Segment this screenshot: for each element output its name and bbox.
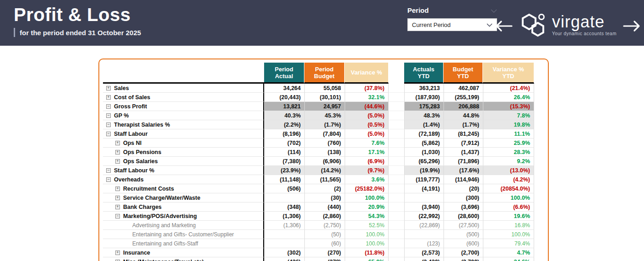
value-cell: (15.3%) — [483, 102, 534, 111]
value-cell: 7.6% — [345, 138, 389, 148]
expand-icon[interactable]: + — [115, 150, 120, 154]
value-cell: (702) — [264, 138, 304, 148]
table-row-service-charge-water-waste: +Service Charge/Water/Waste(30)100.0%(30… — [103, 193, 548, 202]
expand-icon[interactable]: + — [115, 141, 120, 145]
value-cell: (22,869) — [404, 221, 444, 230]
period-slicer: Period Current Period — [407, 5, 497, 31]
row-label-cell: −Marketing/POS/Advertising — [103, 212, 264, 221]
row-label-cell: −Overheads — [103, 175, 264, 184]
value-cell: 55,058 — [304, 84, 345, 93]
value-cell: (6.9%) — [345, 157, 389, 166]
row-label: Bank Charges — [123, 204, 162, 210]
value-cell: 65.0% — [345, 257, 389, 261]
row-label-cell: +Cost of Sales — [103, 93, 264, 102]
row-label-cell: +Ops NI — [103, 138, 264, 148]
value-cell: (7,380) — [264, 157, 304, 166]
value-cell: (30) — [304, 193, 345, 202]
value-cell: (20854.0%) — [483, 184, 534, 193]
value-cell — [264, 230, 304, 239]
column-group-gap — [389, 120, 404, 129]
row-label: Advertising and Marketing — [132, 222, 196, 229]
value-cell: (11,565) — [304, 175, 345, 184]
expand-icon[interactable]: + — [115, 260, 120, 261]
value-cell: (13.0%) — [483, 166, 534, 175]
value-cell: (300) — [444, 193, 483, 202]
expand-icon[interactable]: + — [115, 205, 120, 209]
table-row-entertaining-and-gifts-staff: Entertaining and Gifts-Staff(60)100.0%(1… — [103, 239, 548, 248]
next-page-arrow-icon[interactable] — [623, 20, 640, 34]
table-row-marketing-pos-advertising: −Marketing/POS/Advertising(1,306)(2,860)… — [103, 212, 548, 221]
header-bar: Profit & Loss for the period ended 31 Oc… — [0, 0, 644, 46]
row-label-cell: +Bank Charges — [103, 202, 264, 212]
value-cell: (19.9%) — [404, 166, 444, 175]
value-cell: (30,101) — [304, 93, 345, 102]
value-cell: (500) — [444, 230, 483, 239]
value-cell: (20) — [444, 184, 483, 193]
collapse-icon[interactable]: − — [106, 113, 111, 118]
value-cell: 28.3% — [483, 148, 534, 157]
row-label: Sales — [114, 85, 129, 91]
collapse-icon[interactable]: − — [106, 104, 111, 109]
expand-icon[interactable]: + — [106, 86, 111, 91]
matrix-header-row: PeriodActualPeriodBudgetVariance %Actual… — [103, 63, 548, 84]
value-cell: (270) — [304, 248, 345, 257]
value-cell: (0.5%) — [345, 120, 389, 129]
row-label: Entertaining and Gifts-Staff — [132, 240, 198, 247]
expand-icon[interactable]: + — [115, 250, 120, 255]
prev-page-arrow-icon[interactable] — [495, 20, 513, 34]
value-cell: (7,804) — [304, 129, 345, 138]
column-group-gap — [389, 175, 404, 184]
value-cell: 100.0% — [483, 193, 534, 202]
value-cell: (114,946) — [444, 175, 483, 184]
column-header-period-actual: PeriodActual — [264, 63, 304, 84]
value-cell: (21.4%) — [483, 84, 534, 93]
expand-icon[interactable]: + — [115, 159, 120, 164]
expand-icon[interactable]: + — [106, 95, 111, 100]
row-label: Recruitment Costs — [123, 186, 174, 192]
column-group-gap — [389, 184, 404, 193]
value-cell: (9.7%) — [345, 166, 389, 175]
expand-icon[interactable]: + — [115, 186, 120, 191]
collapse-icon[interactable]: − — [106, 177, 111, 182]
collapse-icon[interactable]: − — [106, 168, 111, 173]
collapse-icon[interactable]: − — [115, 214, 120, 218]
virgate-hexagons-icon — [519, 13, 549, 41]
table-row-sales: +Sales34,26455,058(37.8%)363,213462,087(… — [103, 84, 548, 93]
value-cell: 11.1% — [483, 129, 534, 138]
value-cell: (1.7%) — [444, 120, 483, 129]
value-cell: 17.1% — [345, 148, 389, 157]
row-label-cell: +Sales — [103, 84, 264, 93]
value-cell: 9.2% — [483, 157, 534, 166]
table-row-advertising-and-marketing: Advertising and Marketing(1,306)(2,750)5… — [103, 221, 548, 230]
row-label-cell: +Ops Salaries — [103, 157, 264, 166]
row-label-cell: +Misc (Maintenance/Travel etc) — [103, 257, 264, 261]
row-label-cell: Entertaining and Gifts-Staff — [103, 239, 264, 248]
column-group-gap — [389, 102, 404, 111]
row-label: Entertaining and Gifts- Customer/Supplie… — [132, 231, 234, 238]
value-cell: (81,245) — [444, 129, 483, 138]
collapse-icon[interactable]: − — [106, 123, 111, 127]
value-cell: (1.4%) — [404, 120, 444, 129]
value-cell — [264, 193, 304, 202]
column-group-gap — [389, 138, 404, 148]
row-label: Overheads — [114, 176, 144, 183]
column-group-gap — [389, 239, 404, 248]
collapse-icon[interactable]: − — [106, 132, 111, 136]
value-cell: (1,437) — [444, 148, 483, 157]
column-header-variance-ytd: Variance %YTD — [483, 63, 534, 84]
row-label-cell: +Ops Pensions — [103, 148, 264, 157]
value-cell — [404, 230, 444, 239]
value-cell: (187,930) — [404, 93, 444, 102]
value-cell: (5.0%) — [345, 111, 389, 120]
row-label-cell: +Service Charge/Water/Waste — [103, 193, 264, 202]
period-dropdown[interactable]: Current Period — [407, 18, 497, 31]
value-cell: (2.2%) — [264, 120, 304, 129]
value-cell: (378) — [304, 257, 345, 261]
value-cell: (7,912) — [444, 138, 483, 148]
value-cell: (44.6%) — [345, 102, 389, 111]
value-cell: (11.8%) — [345, 248, 389, 257]
value-cell: (506) — [264, 184, 304, 193]
value-cell — [404, 193, 444, 202]
expand-icon[interactable]: + — [115, 196, 120, 200]
column-group-gap — [389, 202, 404, 212]
